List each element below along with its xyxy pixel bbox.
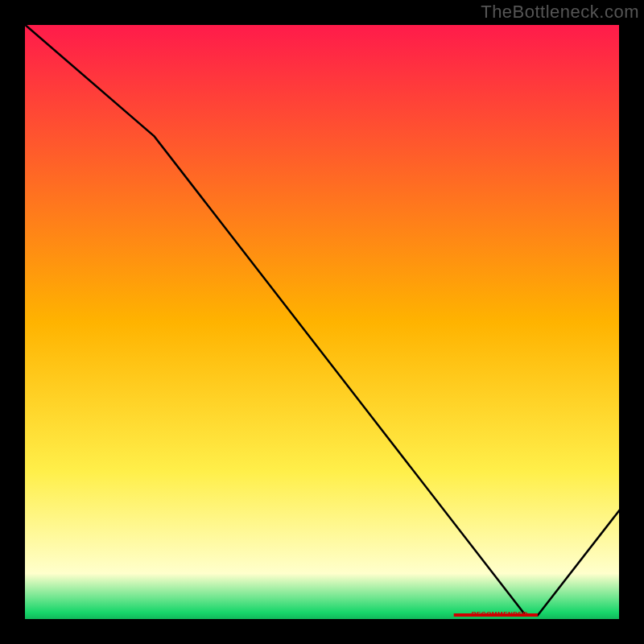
floor-label: RECOMMENDED	[472, 610, 528, 617]
plot-area	[23, 23, 621, 621]
plot-svg	[23, 23, 621, 621]
watermark-text: TheBottleneck.com	[481, 2, 639, 23]
chart-container: TheBottleneck.com RECOMMENDED	[0, 0, 644, 644]
gradient-background	[23, 23, 621, 621]
